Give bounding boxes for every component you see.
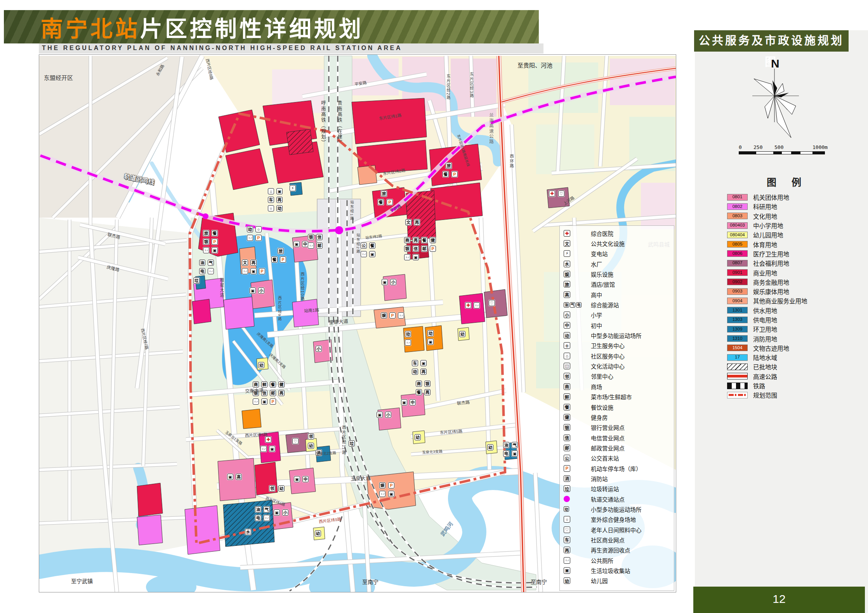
legend-label: 其他商业服务业用地: [753, 296, 807, 305]
legend-swatch: 0903: [727, 288, 748, 295]
subtitle-strip: THE REGULATORY PLAN OF NANNING-NORTH HIG…: [39, 43, 543, 54]
map-legend-label: 高中: [591, 291, 602, 299]
scale-tick: 0: [739, 144, 742, 150]
legend-item: 0802科研用地: [727, 202, 807, 211]
legend-code: 1309: [733, 327, 743, 332]
legend-swatch: 0904: [727, 298, 748, 304]
map-legend-item: 信电信营业网点: [564, 433, 674, 443]
legend-swatch: [727, 392, 748, 398]
title-rest: 片区控制性详细规划: [140, 16, 364, 41]
legend-swatch: 0805: [727, 241, 748, 248]
legend-item: 17陆地水域: [727, 353, 807, 362]
legend-swatch: [727, 373, 748, 379]
legend-code: 0807: [733, 261, 743, 265]
legend-code: 0806: [733, 251, 743, 256]
map-legend-item: 商商场: [564, 381, 674, 391]
map-legend-item: 高高中: [564, 289, 674, 300]
legend-item: 1310消防用地: [727, 334, 807, 343]
map-legend-item: ⌂社区服务中心: [564, 351, 674, 361]
legend-item: 0903娱乐康体用地: [727, 287, 807, 296]
map-legend-item: 邮邮政营业网点: [564, 443, 674, 453]
facility-glyph-icon: 再: [564, 547, 588, 553]
map-legend-item: 轨道交通站点: [564, 494, 674, 504]
map-legend-item: 动小型多功能运动场所: [564, 504, 674, 514]
map-legend-label: 公共厕所: [591, 556, 613, 565]
facility-glyph-icon: 商: [564, 383, 588, 390]
map-legend-label: 菜市场/生鲜超市: [591, 393, 632, 401]
facility-glyph-icon: 消: [564, 475, 588, 482]
legend-item: 规划范围: [727, 390, 807, 400]
legend-label: 文化用地: [753, 212, 777, 220]
map-legend-item: P机动车停车场（库）: [564, 463, 674, 473]
facility-glyph-icon: 垃: [564, 485, 588, 492]
legend-label: 商务金融用地: [753, 278, 789, 286]
map-legend-item: 文公共文化设施: [564, 238, 674, 248]
facility-glyph-icon: 信: [564, 435, 588, 441]
map-legend-label: 中型多功能运动场所: [591, 331, 642, 339]
legend-code: 0901: [733, 270, 743, 275]
map-legend-label: 酒店/旅馆: [591, 280, 615, 288]
map-legend-item: 油气电综合能源站: [564, 300, 674, 310]
map-legend-item: ＋卫生服务中心: [564, 341, 674, 351]
title-highlight: 南宁北站: [41, 16, 140, 41]
panel-title-strip: 公共服务及市政设施规划图: [694, 30, 849, 52]
legend-item: 0803文化用地: [727, 211, 807, 221]
map-legend-item: ⚡变电站: [564, 249, 674, 259]
map-legend-item: 邻邻里中心: [564, 371, 674, 381]
compass-rose-icon: [745, 60, 807, 144]
legend-item: 已批地块: [727, 362, 807, 371]
map-legend-item: 垃垃圾转运站: [564, 484, 674, 494]
health-center-icon: ＋: [564, 342, 588, 349]
facility-glyph-icon: 健: [564, 414, 588, 421]
subtitle-en: THE REGULATORY PLAN OF NANNING-NORTH HIG…: [42, 45, 402, 52]
map-legend-item: ▣生活垃圾收集站: [564, 565, 674, 575]
map-legend-label: 幼儿园: [591, 577, 608, 585]
legend-swatch: 1303: [727, 317, 748, 323]
legend-code: 1301: [733, 308, 743, 313]
facility-glyph-icon: 银: [564, 424, 588, 431]
map-legend-item: 健健身房: [564, 412, 674, 422]
legend-code: 0801: [733, 195, 743, 199]
map-legend-item: 银银行营业网点: [564, 423, 674, 433]
map-legend-label: 银行营业网点: [591, 423, 625, 431]
map-legend-label: 文化活动中心: [591, 362, 625, 370]
map-legend-label: 公共文化设施: [591, 239, 625, 248]
facility-glyph-icon: 水: [564, 261, 588, 267]
outdoor-fitness-icon: ○: [564, 516, 588, 523]
legend-label: 机关团体用地: [753, 193, 789, 201]
legend-swatch: 1309: [727, 326, 748, 332]
legend-item: 铁路: [727, 381, 807, 390]
map-canvas[interactable]: ⌂▣车再○动动○♀♂P旅餐P银信♀♂邮公餐♀♂▣商再餐健银信邮P♀♂▣旅餐P文再…: [39, 54, 676, 592]
legend-item: 0902商务金融用地: [727, 277, 807, 287]
map-legend-label: 老年人日间照料中心: [591, 526, 642, 534]
map-legend-label: 公交首末站: [591, 454, 619, 462]
legend-item: 1504文物古迹用地: [727, 343, 807, 353]
page: 南宁北站片区控制性详细规划 THE REGULATORY PLAN OF NAN…: [0, 0, 868, 613]
legend-label: 中小学用地: [753, 221, 783, 230]
map-legend-item: 小小学: [564, 310, 674, 320]
legend-label: 社会福利用地: [753, 259, 789, 267]
legend-list: 0801机关团体用地0802科研用地0803文化用地080403中小学用地080…: [727, 192, 807, 400]
map-legend-label: 生活垃圾收集站: [591, 566, 630, 575]
legend-swatch: 080403: [727, 222, 748, 229]
facility-glyph-icon: P: [564, 465, 588, 472]
legend-code: 0902: [733, 280, 743, 284]
waste-collection-icon: ▣: [564, 567, 588, 574]
legend-swatch: 1504: [727, 345, 748, 351]
facility-glyph-icon: 鲜: [564, 393, 588, 400]
legend-code: 1504: [733, 346, 743, 350]
map-legend-item: 公公交首末站: [564, 453, 674, 463]
page-title: 南宁北站片区控制性详细规划: [41, 11, 364, 43]
map-legend-item: 幼幼儿园: [564, 576, 674, 586]
legend-item: 1309环卫用地: [727, 324, 807, 334]
map-legend-label: 变电站: [591, 249, 608, 258]
sidebar: 公共服务及市政设施规划图 N 025050: [695, 0, 868, 613]
legend-label: 科研用地: [753, 202, 777, 211]
map-legend-item: ○室外综合健身场地: [564, 514, 674, 525]
scale-tick: 1000m: [812, 144, 828, 150]
map-legend-label: 初中: [591, 321, 602, 329]
legend-code: 1303: [733, 317, 743, 322]
legend-title: 图 例: [767, 175, 807, 189]
metro-station-icon: [564, 496, 588, 502]
map-legend-label: 邮政营业网点: [591, 444, 625, 452]
